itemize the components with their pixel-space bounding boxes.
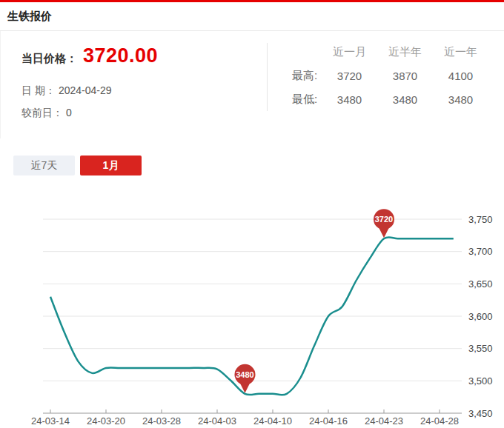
x-axis-label: 24-04-23: [365, 415, 403, 427]
y-axis-label: 3,650: [468, 278, 493, 290]
stats-header-row: 近一月 近半年 近一年: [283, 40, 503, 64]
current-price-line: 当日价格： 3720.00: [21, 44, 158, 67]
y-axis-label: 3,550: [468, 343, 493, 354]
max-month: 3720: [322, 70, 377, 82]
date-label: 日 期：: [21, 84, 56, 96]
change-value: 0: [66, 107, 72, 118]
row-label-min: 最低:: [283, 93, 322, 107]
vertical-divider: [267, 43, 268, 111]
widget-header: 生铁报价: [0, 2, 504, 31]
price-info-panel: 当日价格： 3720.00 日 期：2024-04-29 较前日：0 近一月 近…: [0, 31, 504, 138]
min-year: 3480: [433, 93, 488, 106]
tab-last7days[interactable]: 近7天: [13, 156, 75, 175]
y-axis-label: 3,600: [468, 311, 493, 322]
range-tabs: 近7天 1月: [13, 156, 504, 175]
x-axis-label: 24-03-20: [87, 415, 125, 427]
x-axis-label: 24-04-10: [253, 415, 292, 427]
row-label-max: 最高:: [283, 69, 322, 83]
x-axis-label: 24-04-16: [309, 415, 348, 427]
marker-pin-value: 3720: [375, 215, 393, 224]
max-year: 4100: [433, 70, 488, 82]
marker-pin-value: 3480: [236, 370, 253, 379]
max-halfyear: 3870: [377, 70, 433, 82]
x-axis-label: 24-03-14: [31, 415, 70, 427]
x-axis-label: 24-03-28: [142, 415, 181, 427]
tab-1month[interactable]: 1月: [80, 156, 142, 175]
current-price-label: 当日价格：: [21, 52, 77, 66]
min-halfyear: 3480: [377, 93, 433, 106]
page-title: 生铁报价: [7, 8, 497, 24]
table-row-max: 最高: 3720 3870 4100: [283, 64, 503, 87]
date-value: 2024-04-29: [59, 84, 112, 96]
date-line: 日 期：2024-04-29: [21, 84, 112, 98]
col-header-month: 近一月: [322, 45, 377, 59]
col-header-year: 近一年: [433, 45, 488, 59]
y-axis-label: 3,450: [468, 408, 493, 419]
x-axis-label: 24-04-28: [420, 415, 459, 427]
change-label: 较前日：: [21, 107, 63, 118]
price-line-chart: 3,4503,5003,5503,6003,6503,7003,75024-03…: [0, 201, 504, 428]
x-axis-label: 24-04-03: [198, 415, 236, 427]
y-axis-label: 3,750: [468, 214, 493, 225]
stats-table: 近一月 近半年 近一年 最高: 3720 3870 4100 最低: 3480 …: [283, 40, 503, 111]
table-row-min: 最低: 3480 3480 3480: [283, 87, 503, 111]
change-line: 较前日：0: [21, 107, 72, 120]
y-axis-label: 3,700: [468, 246, 493, 257]
price-chart-area: 3,4503,5003,5503,6003,6503,7003,75024-03…: [0, 201, 504, 428]
y-axis-label: 3,500: [468, 375, 493, 387]
current-price-value: 3720.00: [83, 44, 158, 67]
min-month: 3480: [322, 93, 377, 106]
col-header-halfyear: 近半年: [377, 45, 433, 59]
